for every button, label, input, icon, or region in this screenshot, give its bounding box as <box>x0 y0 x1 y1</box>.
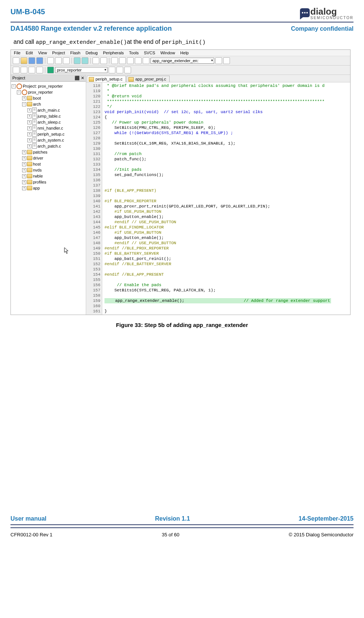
panel-pin-icon[interactable]: ⬛ ✕ <box>75 76 84 81</box>
download-icon[interactable] <box>47 67 54 73</box>
header-rule <box>10 22 354 22</box>
nav-back-icon[interactable] <box>92 57 99 64</box>
undo-icon[interactable] <box>74 57 81 64</box>
toolbar-1: app_range_extender_en: <box>11 56 350 66</box>
code-area: 118 119 120 121 122 123 124 125 126 127 … <box>86 82 350 315</box>
open-file-icon[interactable] <box>21 57 27 64</box>
bookmark-icon[interactable] <box>111 57 118 64</box>
tree-node[interactable]: + arch_system.c <box>12 137 85 143</box>
menu-item[interactable]: SVCS <box>144 51 155 55</box>
paste-icon[interactable] <box>63 57 70 64</box>
copy-icon[interactable] <box>55 57 62 64</box>
menu-item[interactable]: Help <box>180 51 189 55</box>
rebuild-icon[interactable] <box>21 67 27 73</box>
footer-bottom: CFR0012-00 Rev 1 35 of 60 © 2015 Dialog … <box>10 532 354 537</box>
redo-icon[interactable] <box>82 57 88 64</box>
footer-left2: CFR0012-00 Rev 1 <box>10 532 52 537</box>
figure-caption: Figure 33: Step 5b of adding app_range_e… <box>10 322 354 328</box>
tree-node[interactable]: + jump_table.c <box>12 113 85 119</box>
editor-tab[interactable]: app_proxr_proj.c <box>127 76 170 82</box>
svg-point-2 <box>306 12 308 13</box>
ide-screenshot: FileEditViewProjectFlashDebugPeripherals… <box>10 49 351 315</box>
tree-node[interactable]: + app <box>12 185 85 191</box>
dialog-icon <box>298 7 310 19</box>
svg-point-1 <box>304 12 306 13</box>
page-header: UM-B-045 dialogSEMICONDUCTOR <box>10 7 354 19</box>
tree-node[interactable]: + arch_patch.c <box>12 143 85 149</box>
editor-area: periph_setup.capp_proxr_proj.c 118 119 1… <box>86 75 350 315</box>
doc-id: UM-B-045 <box>10 7 45 16</box>
tree-node[interactable]: + profiles <box>12 179 85 185</box>
menu-item[interactable]: File <box>14 51 21 55</box>
tree-node[interactable]: + boot <box>12 95 85 101</box>
tree-node[interactable]: + arch_sleep.c <box>12 119 85 125</box>
sub-header: DA14580 Range extender v.2 reference app… <box>10 25 354 33</box>
tree-node[interactable]: + arch_main.c <box>12 107 85 113</box>
company-logo: dialogSEMICONDUCTOR <box>298 7 354 19</box>
menu-item[interactable]: Debug <box>86 51 98 55</box>
footer-rule-1 <box>10 524 354 525</box>
menu-item[interactable]: Flash <box>70 51 81 55</box>
menu-item[interactable]: View <box>38 51 47 55</box>
indent-icon[interactable] <box>119 57 126 64</box>
tree-node[interactable]: − prox_reporter <box>12 89 85 95</box>
cut-icon[interactable] <box>47 57 54 64</box>
find-next-icon[interactable] <box>223 57 230 64</box>
tree-node[interactable]: + driver <box>12 155 85 161</box>
new-file-icon[interactable] <box>13 57 19 64</box>
svg-point-0 <box>302 12 303 13</box>
footer-rule-2 <box>10 527 354 528</box>
editor-tabs: periph_setup.capp_proxr_proj.c <box>86 75 350 82</box>
tree-node[interactable]: + patches <box>12 149 85 155</box>
tree-node[interactable]: − Project: prox_reporter <box>12 83 85 89</box>
body-instruction: and call app_range_extender_enable()at t… <box>13 39 354 46</box>
batch-build-icon[interactable] <box>28 67 35 73</box>
uncomment-icon[interactable] <box>143 57 149 64</box>
target-combo[interactable]: prox_reporter <box>55 67 107 73</box>
menu-item[interactable]: Tools <box>129 51 139 55</box>
save-icon[interactable] <box>28 57 35 64</box>
outdent-icon[interactable] <box>127 57 134 64</box>
menu-item[interactable]: Peripherals <box>103 51 124 55</box>
project-tree: − Project: prox_reporter− prox_reporter+… <box>11 82 86 193</box>
footer-center2: 35 of 60 <box>162 532 179 537</box>
stop-build-icon[interactable] <box>36 67 43 73</box>
confidential-label: Company confidential <box>291 25 354 32</box>
menu-bar: FileEditViewProjectFlashDebugPeripherals… <box>11 50 350 56</box>
doc-subtitle: DA14580 Range extender v.2 reference app… <box>10 25 172 33</box>
footer-center: Revision 1.1 <box>155 515 190 522</box>
menu-item[interactable]: Project <box>52 51 65 55</box>
tree-node[interactable]: + nvds <box>12 167 85 173</box>
search-combo[interactable]: app_range_extender_en: <box>151 58 214 64</box>
find-icon[interactable] <box>215 57 222 64</box>
toolbar-2: prox_reporter <box>11 66 350 75</box>
tree-node[interactable]: − arch <box>12 101 85 107</box>
editor-tab[interactable]: periph_setup.c <box>87 76 126 82</box>
options-icon[interactable] <box>109 67 115 73</box>
project-panel: Project⬛ ✕ − Project: prox_reporter− pro… <box>11 75 86 315</box>
manage-icon[interactable] <box>124 67 131 73</box>
target-options-icon[interactable] <box>116 67 123 73</box>
nav-fwd-icon[interactable] <box>100 57 107 64</box>
line-gutter: 118 119 120 121 122 123 124 125 126 127 … <box>86 82 102 315</box>
footer-left: User manual <box>10 515 46 522</box>
footer-right2: © 2015 Dialog Semiconductor <box>289 532 354 537</box>
code-body: * @brief Enable pad's and peripheral clo… <box>102 82 333 315</box>
footer-top: User manual Revision 1.1 14-September-20… <box>10 515 354 522</box>
menu-item[interactable]: Window <box>160 51 175 55</box>
logo-text: dialog <box>310 6 337 16</box>
comment-icon[interactable] <box>135 57 142 64</box>
menu-item[interactable]: Edit <box>26 51 33 55</box>
tree-node[interactable]: + rwble <box>12 173 85 179</box>
save-all-icon[interactable] <box>36 57 43 64</box>
tree-node[interactable]: + host <box>12 161 85 167</box>
project-panel-title: Project⬛ ✕ <box>11 75 86 82</box>
footer-right: 14-September-2015 <box>298 515 354 522</box>
logo-subtext: SEMICONDUCTOR <box>310 16 354 20</box>
tree-node[interactable]: + nmi_handler.c <box>12 125 85 131</box>
tree-node[interactable]: + periph_setup.c <box>12 131 85 137</box>
build-icon[interactable] <box>13 67 19 73</box>
cursor-icon <box>64 247 69 254</box>
